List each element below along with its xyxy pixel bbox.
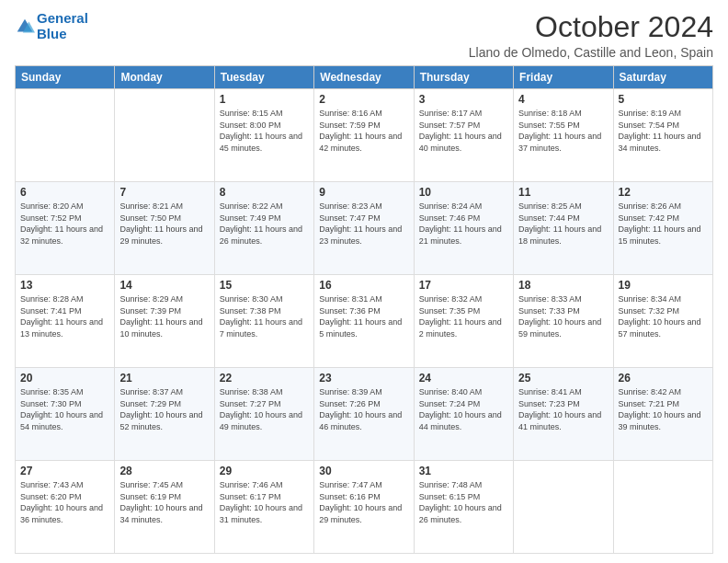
calendar-cell-w5-d2: 28Sunrise: 7:45 AM Sunset: 6:19 PM Dayli…: [115, 461, 214, 554]
col-tuesday: Tuesday: [214, 66, 313, 89]
day-number: 25: [518, 372, 608, 385]
day-number: 27: [20, 465, 109, 477]
day-info: Sunrise: 8:28 AM Sunset: 7:41 PM Dayligh…: [20, 293, 109, 339]
day-info: Sunrise: 8:16 AM Sunset: 7:59 PM Dayligh…: [319, 108, 408, 154]
day-info: Sunrise: 8:25 AM Sunset: 7:44 PM Dayligh…: [518, 201, 608, 247]
logo-line2: Blue: [37, 26, 67, 41]
calendar-week-1: 1Sunrise: 8:15 AM Sunset: 8:00 PM Daylig…: [16, 89, 713, 182]
day-info: Sunrise: 8:20 AM Sunset: 7:52 PM Dayligh…: [20, 201, 109, 247]
day-info: Sunrise: 8:32 AM Sunset: 7:35 PM Dayligh…: [419, 293, 508, 339]
day-info: Sunrise: 8:21 AM Sunset: 7:50 PM Dayligh…: [119, 201, 209, 247]
calendar-cell-w3-d4: 16Sunrise: 8:31 AM Sunset: 7:36 PM Dayli…: [314, 275, 414, 368]
day-info: Sunrise: 7:48 AM Sunset: 6:15 PM Dayligh…: [419, 479, 508, 525]
calendar-cell-w4-d5: 24Sunrise: 8:40 AM Sunset: 7:24 PM Dayli…: [414, 368, 513, 461]
day-info: Sunrise: 8:17 AM Sunset: 7:57 PM Dayligh…: [419, 108, 508, 154]
calendar-cell-w5-d3: 29Sunrise: 7:46 AM Sunset: 6:17 PM Dayli…: [214, 461, 313, 554]
day-number: 5: [619, 93, 708, 106]
calendar-cell-w1-d7: 5Sunrise: 8:19 AM Sunset: 7:54 PM Daylig…: [613, 89, 712, 182]
day-number: 19: [619, 279, 708, 292]
calendar-cell-w3-d6: 18Sunrise: 8:33 AM Sunset: 7:33 PM Dayli…: [514, 275, 613, 368]
day-info: Sunrise: 8:39 AM Sunset: 7:26 PM Dayligh…: [319, 386, 408, 432]
day-number: 28: [119, 465, 209, 477]
day-info: Sunrise: 8:37 AM Sunset: 7:29 PM Dayligh…: [119, 386, 209, 432]
day-info: Sunrise: 7:47 AM Sunset: 6:16 PM Dayligh…: [319, 479, 408, 525]
calendar-cell-w3-d1: 13Sunrise: 8:28 AM Sunset: 7:41 PM Dayli…: [16, 275, 115, 368]
page: General Blue October 2024 Llano de Olmed…: [0, 0, 728, 563]
day-number: 4: [518, 93, 608, 106]
day-number: 22: [220, 372, 309, 385]
day-number: 15: [220, 279, 309, 292]
calendar-header-row: Sunday Monday Tuesday Wednesday Thursday…: [16, 66, 713, 89]
calendar-cell-w5-d5: 31Sunrise: 7:48 AM Sunset: 6:15 PM Dayli…: [414, 461, 513, 554]
calendar-cell-w4-d3: 22Sunrise: 8:38 AM Sunset: 7:27 PM Dayli…: [214, 368, 313, 461]
day-number: 1: [220, 93, 309, 106]
day-info: Sunrise: 8:26 AM Sunset: 7:42 PM Dayligh…: [619, 201, 708, 247]
day-info: Sunrise: 8:41 AM Sunset: 7:23 PM Dayligh…: [518, 386, 608, 432]
day-info: Sunrise: 8:40 AM Sunset: 7:24 PM Dayligh…: [419, 386, 508, 432]
header: General Blue October 2024 Llano de Olmed…: [15, 11, 713, 60]
day-number: 20: [20, 372, 109, 385]
day-number: 30: [319, 465, 408, 477]
day-number: 3: [419, 93, 508, 106]
day-info: Sunrise: 8:18 AM Sunset: 7:55 PM Dayligh…: [518, 108, 608, 154]
calendar-cell-w1-d1: [16, 89, 115, 182]
day-number: 24: [419, 372, 508, 385]
calendar-week-5: 27Sunrise: 7:43 AM Sunset: 6:20 PM Dayli…: [16, 461, 713, 554]
day-info: Sunrise: 8:42 AM Sunset: 7:21 PM Dayligh…: [619, 386, 708, 432]
day-info: Sunrise: 8:35 AM Sunset: 7:30 PM Dayligh…: [20, 386, 109, 432]
day-number: 13: [20, 279, 109, 292]
day-info: Sunrise: 7:45 AM Sunset: 6:19 PM Dayligh…: [119, 479, 209, 525]
calendar-cell-w2-d1: 6Sunrise: 8:20 AM Sunset: 7:52 PM Daylig…: [16, 182, 115, 275]
title-block: October 2024 Llano de Olmedo, Castille a…: [469, 11, 713, 60]
day-info: Sunrise: 8:33 AM Sunset: 7:33 PM Dayligh…: [518, 293, 608, 339]
location-title: Llano de Olmedo, Castille and Leon, Spai…: [469, 45, 713, 60]
calendar-cell-w3-d7: 19Sunrise: 8:34 AM Sunset: 7:32 PM Dayli…: [613, 275, 712, 368]
day-info: Sunrise: 7:46 AM Sunset: 6:17 PM Dayligh…: [220, 479, 309, 525]
day-number: 31: [419, 465, 508, 477]
day-number: 23: [319, 372, 408, 385]
calendar-cell-w3-d3: 15Sunrise: 8:30 AM Sunset: 7:38 PM Dayli…: [214, 275, 313, 368]
day-number: 11: [518, 186, 608, 199]
day-number: 7: [119, 186, 209, 199]
calendar-cell-w4-d2: 21Sunrise: 8:37 AM Sunset: 7:29 PM Dayli…: [115, 368, 214, 461]
day-number: 26: [619, 372, 708, 385]
day-info: Sunrise: 8:31 AM Sunset: 7:36 PM Dayligh…: [319, 293, 408, 339]
calendar-cell-w2-d5: 10Sunrise: 8:24 AM Sunset: 7:46 PM Dayli…: [414, 182, 513, 275]
calendar-cell-w1-d2: [115, 89, 214, 182]
day-number: 16: [319, 279, 408, 292]
calendar-week-3: 13Sunrise: 8:28 AM Sunset: 7:41 PM Dayli…: [16, 275, 713, 368]
calendar-cell-w3-d5: 17Sunrise: 8:32 AM Sunset: 7:35 PM Dayli…: [414, 275, 513, 368]
day-number: 14: [119, 279, 209, 292]
month-title: October 2024: [469, 11, 713, 43]
logo-text: General Blue: [37, 11, 88, 41]
logo: General Blue: [15, 11, 88, 41]
day-info: Sunrise: 8:15 AM Sunset: 8:00 PM Dayligh…: [220, 108, 309, 154]
calendar-cell-w1-d5: 3Sunrise: 8:17 AM Sunset: 7:57 PM Daylig…: [414, 89, 513, 182]
calendar-cell-w5-d1: 27Sunrise: 7:43 AM Sunset: 6:20 PM Dayli…: [16, 461, 115, 554]
day-info: Sunrise: 8:19 AM Sunset: 7:54 PM Dayligh…: [619, 108, 708, 154]
col-thursday: Thursday: [414, 66, 513, 89]
calendar-cell-w1-d4: 2Sunrise: 8:16 AM Sunset: 7:59 PM Daylig…: [314, 89, 414, 182]
logo-line1: General: [37, 10, 88, 26]
day-number: 18: [518, 279, 608, 292]
day-info: Sunrise: 8:22 AM Sunset: 7:49 PM Dayligh…: [220, 201, 309, 247]
day-info: Sunrise: 8:29 AM Sunset: 7:39 PM Dayligh…: [119, 293, 209, 339]
day-number: 8: [220, 186, 309, 199]
calendar-cell-w2-d3: 8Sunrise: 8:22 AM Sunset: 7:49 PM Daylig…: [214, 182, 313, 275]
calendar-cell-w5-d4: 30Sunrise: 7:47 AM Sunset: 6:16 PM Dayli…: [314, 461, 414, 554]
calendar-cell-w2-d7: 12Sunrise: 8:26 AM Sunset: 7:42 PM Dayli…: [613, 182, 712, 275]
calendar-week-2: 6Sunrise: 8:20 AM Sunset: 7:52 PM Daylig…: [16, 182, 713, 275]
logo-icon: [15, 17, 35, 37]
calendar-cell-w2-d4: 9Sunrise: 8:23 AM Sunset: 7:47 PM Daylig…: [314, 182, 414, 275]
day-number: 17: [419, 279, 508, 292]
col-sunday: Sunday: [16, 66, 115, 89]
calendar-table: Sunday Monday Tuesday Wednesday Thursday…: [15, 65, 713, 554]
col-monday: Monday: [115, 66, 214, 89]
day-info: Sunrise: 8:24 AM Sunset: 7:46 PM Dayligh…: [419, 201, 508, 247]
day-number: 9: [319, 186, 408, 199]
calendar-cell-w5-d7: [613, 461, 712, 554]
calendar-cell-w4-d1: 20Sunrise: 8:35 AM Sunset: 7:30 PM Dayli…: [16, 368, 115, 461]
calendar-cell-w4-d6: 25Sunrise: 8:41 AM Sunset: 7:23 PM Dayli…: [514, 368, 613, 461]
day-number: 12: [619, 186, 708, 199]
col-friday: Friday: [514, 66, 613, 89]
